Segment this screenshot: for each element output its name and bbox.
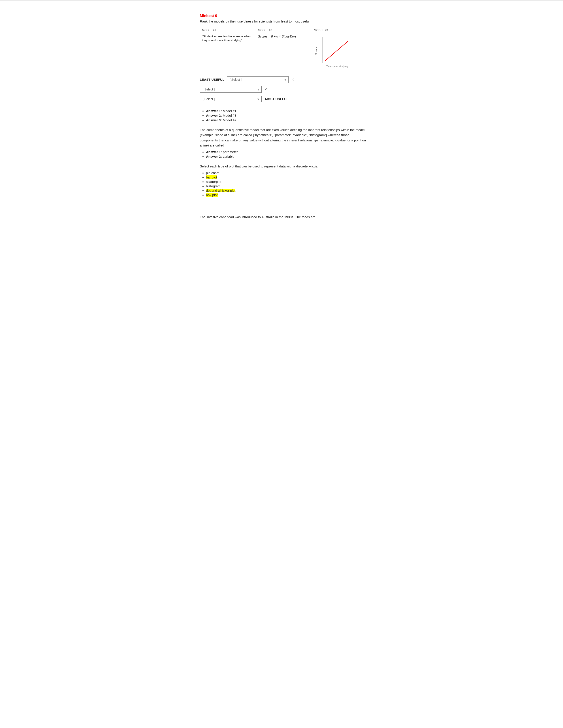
model2-desc: Scores = β + α × StudyTime bbox=[258, 34, 309, 39]
answer-rank-1-value: Model #1 bbox=[223, 109, 236, 113]
model1-label: MODEL #1 bbox=[202, 28, 253, 32]
svg-text:Scores: Scores bbox=[315, 47, 318, 55]
model3-label: MODEL #3 bbox=[314, 28, 366, 32]
page-content: Minitest 0 Rank the models by their usef… bbox=[186, 9, 377, 233]
plot-option-scatter[interactable]: scatterplot bbox=[206, 180, 368, 184]
rank3-select-wrapper[interactable]: [ Select ] Model #1 Model #2 Model #3 bbox=[200, 96, 261, 102]
least-useful-label: LEAST USEFUL bbox=[200, 78, 224, 81]
plot-pie-text: pie chart bbox=[206, 171, 219, 175]
model2-label: MODEL #2 bbox=[258, 28, 309, 32]
model3-graph: Scores Time spent studying bbox=[314, 34, 354, 70]
model1-col: MODEL #1 "Student scores tend to increas… bbox=[200, 28, 256, 42]
minitest-title: Minitest 0 bbox=[200, 14, 368, 18]
plot-option-box[interactable]: box plot bbox=[206, 193, 368, 197]
plot-option-histogram[interactable]: histogram bbox=[206, 184, 368, 188]
answers-param-list: Answer 1: parameter Answer 2: variable bbox=[200, 150, 368, 158]
question3-intro: Select each type of plot that can be use… bbox=[200, 164, 296, 168]
model1-desc: "Student scores tend to increase when th… bbox=[202, 34, 253, 42]
model2-col: MODEL #2 Scores = β + α × StudyTime bbox=[256, 28, 312, 39]
most-useful-label: MOST USEFUL bbox=[265, 97, 289, 101]
models-area: MODEL #1 "Student scores tend to increas… bbox=[200, 28, 368, 70]
rank1-select[interactable]: [ Select ] Model #1 Model #2 Model #3 bbox=[227, 76, 289, 83]
answer-rank-2-value: Model #3 bbox=[223, 114, 236, 117]
model3-col: MODEL #3 Scores Time spent studying bbox=[312, 28, 368, 70]
plot-histogram-text: histogram bbox=[206, 184, 220, 188]
answer-rank-3: Answer 3: Model #2 bbox=[206, 118, 368, 122]
answer-rank-2: Answer 2: Model #3 bbox=[206, 114, 368, 117]
answer-rank-1-label: Answer 1: bbox=[206, 109, 222, 113]
top-border bbox=[0, 0, 563, 0]
question1-text: Rank the models by their usefulness for … bbox=[200, 19, 368, 23]
svg-line-2 bbox=[325, 41, 348, 61]
plot-option-bar[interactable]: bar plot bbox=[206, 175, 368, 179]
rank3-select[interactable]: [ Select ] Model #1 Model #2 Model #3 bbox=[200, 96, 261, 102]
answer-rank-2-label: Answer 2: bbox=[206, 114, 222, 117]
svg-text:Time spent studying: Time spent studying bbox=[326, 65, 348, 68]
answers-rank-list: Answer 1: Model #1 Answer 2: Model #3 An… bbox=[200, 109, 368, 122]
rank-row-3: [ Select ] Model #1 Model #2 Model #3 MO… bbox=[200, 96, 368, 102]
question3-end: . bbox=[317, 164, 318, 168]
less-than-2: < bbox=[265, 87, 267, 91]
answer-param-2-label: Answer 2: bbox=[206, 155, 222, 158]
ranking-section: LEAST USEFUL [ Select ] Model #1 Model #… bbox=[200, 76, 368, 102]
rank2-select[interactable]: [ Select ] Model #1 Model #2 Model #3 bbox=[200, 86, 261, 93]
graph-svg: Scores Time spent studying bbox=[314, 34, 354, 70]
question3-para: Select each type of plot that can be use… bbox=[200, 164, 368, 169]
plot-option-pie[interactable]: pie chart bbox=[206, 171, 368, 175]
rank-row-2: [ Select ] Model #1 Model #2 Model #3 < bbox=[200, 86, 368, 93]
answer-param-1: Answer 1: parameter bbox=[206, 150, 368, 154]
rank1-select-wrapper[interactable]: [ Select ] Model #1 Model #2 Model #3 bbox=[227, 76, 289, 83]
question2-para: The components of a quantitative model t… bbox=[200, 127, 368, 148]
answers-param-section: Answer 1: parameter Answer 2: variable bbox=[200, 150, 368, 158]
answer-param-1-label: Answer 1: bbox=[206, 150, 222, 154]
less-than-1: < bbox=[292, 78, 294, 82]
plot-scatter-text: scatterplot bbox=[206, 180, 221, 184]
plot-bar-text: bar plot bbox=[206, 175, 217, 179]
plot-options-list: pie chart bar plot scatterplot histogram… bbox=[200, 171, 368, 197]
plot-box-text: box plot bbox=[206, 193, 218, 197]
answer-rank-1: Answer 1: Model #1 bbox=[206, 109, 368, 113]
rank2-select-wrapper[interactable]: [ Select ] Model #1 Model #2 Model #3 bbox=[200, 86, 261, 93]
answer-param-2: Answer 2: variable bbox=[206, 155, 368, 158]
answer-param-1-value: parameter bbox=[223, 150, 238, 154]
bottom-para: The invasive cane toad was introduced to… bbox=[200, 214, 368, 220]
answer-rank-3-label: Answer 3: bbox=[206, 118, 222, 122]
answer-param-2-value: variable bbox=[223, 155, 234, 158]
question3-link: discrete x-axis bbox=[296, 164, 317, 168]
plot-option-dot-whisker[interactable]: dot and whisker plot bbox=[206, 189, 368, 192]
plot-dot-whisker-text: dot and whisker plot bbox=[206, 189, 235, 192]
answer-rank-3-value: Model #2 bbox=[223, 118, 236, 122]
rank-row-1: LEAST USEFUL [ Select ] Model #1 Model #… bbox=[200, 76, 368, 83]
answers-rank-section: Answer 1: Model #1 Answer 2: Model #3 An… bbox=[200, 109, 368, 122]
